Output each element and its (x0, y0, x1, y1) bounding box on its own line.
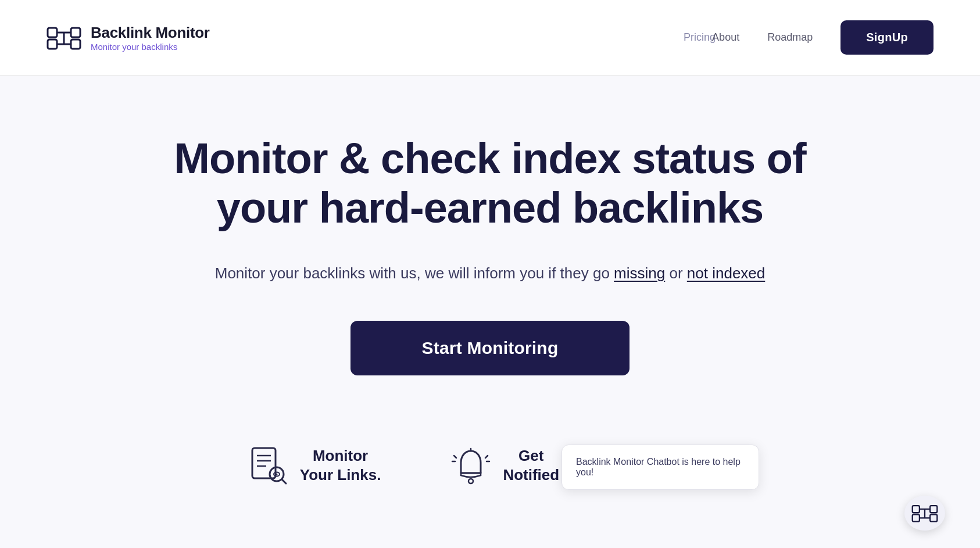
monitor-label-2: Your Links. (300, 465, 381, 485)
svg-rect-33 (930, 506, 937, 513)
feature-monitor: Monitor Your Links. (248, 445, 381, 486)
notified-label-1: Get (503, 446, 559, 465)
nav-roadmap[interactable]: Roadmap (767, 31, 813, 44)
hero-or-text: or (665, 264, 687, 282)
svg-point-15 (468, 479, 473, 483)
notified-label-2: Notified (503, 465, 559, 485)
chatbot-logo-icon (911, 502, 938, 524)
hero-subtitle-start: Monitor your backlinks with us, we will … (215, 264, 614, 282)
hero-not-indexed-link[interactable]: not indexed (687, 264, 765, 282)
monitor-label-1: Monitor (300, 446, 381, 465)
feature-notified: Get Notified (450, 445, 559, 486)
svg-rect-31 (913, 506, 920, 513)
chatbot-message: Backlink Monitor Chatbot is here to help… (576, 457, 741, 477)
logo-icon (47, 23, 81, 52)
svg-rect-34 (930, 514, 937, 521)
nav-pricing-label[interactable]: Pricing (684, 31, 716, 44)
logo-text-area: Backlink Monitor Monitor your backlinks (91, 24, 210, 52)
svg-rect-7 (252, 448, 276, 478)
features-row: Monitor Your Links. Get Notified (47, 422, 933, 532)
nav-pricing-about[interactable]: Pricing About (684, 31, 739, 44)
hero-title: Monitor & check index status of your har… (170, 134, 810, 232)
chatbot-bubble: Backlink Monitor Chatbot is here to help… (561, 445, 759, 490)
svg-rect-1 (48, 40, 57, 49)
logo-subtitle: Monitor your backlinks (91, 42, 210, 52)
hero-subtitle: Monitor your backlinks with us, we will … (47, 262, 933, 286)
hero-missing-link[interactable]: missing (614, 264, 665, 282)
notified-text: Get Notified (503, 446, 559, 484)
get-notified-icon (450, 445, 491, 486)
svg-rect-32 (913, 514, 920, 521)
svg-rect-2 (71, 28, 80, 37)
svg-line-12 (282, 479, 286, 483)
svg-rect-0 (48, 28, 57, 37)
monitor-links-text: Monitor Your Links. (300, 446, 381, 484)
header: Backlink Monitor Monitor your backlinks … (0, 0, 980, 76)
nav-about-label[interactable]: About (712, 31, 739, 44)
start-monitoring-button[interactable]: Start Monitoring (350, 321, 630, 375)
svg-line-19 (485, 456, 488, 458)
main-nav: Pricing About Roadmap SignUp (684, 20, 933, 55)
chatbot-logo-button[interactable] (904, 496, 945, 531)
monitor-links-icon (248, 445, 288, 486)
logo-title: Backlink Monitor (91, 24, 210, 42)
svg-rect-3 (71, 40, 80, 49)
svg-point-14 (276, 473, 277, 475)
svg-line-17 (454, 456, 456, 458)
logo-area: Backlink Monitor Monitor your backlinks (47, 23, 210, 52)
signup-button[interactable]: SignUp (840, 20, 933, 55)
hero-section: Monitor & check index status of your har… (0, 76, 980, 548)
